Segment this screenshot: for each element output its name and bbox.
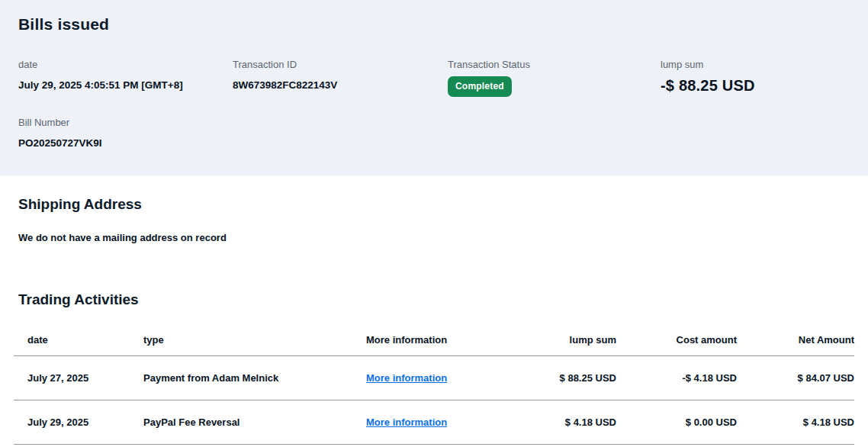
field-bill-number-value: PO20250727VK9I	[18, 137, 233, 149]
cell-type: PayPal Fee Reversal	[143, 416, 366, 428]
shipping-address-message: We do not have a mailing address on reco…	[18, 232, 850, 243]
cell-net-amount: $ 84.07 USD	[737, 372, 854, 384]
field-lump-sum-value: -$ 88.25 USD	[661, 77, 850, 95]
table-header-row: date type More information lump sum Cost…	[14, 323, 854, 356]
more-information-link[interactable]: More information	[366, 372, 447, 384]
field-bill-number: Bill Number PO20250727VK9I	[18, 117, 233, 149]
column-header-date: date	[27, 334, 143, 346]
cell-net-amount: $ 4.18 USD	[737, 416, 854, 428]
field-transaction-id: Transaction ID 8W673982FC822143V	[233, 59, 448, 97]
column-header-type: type	[143, 334, 366, 346]
cell-lump-sum: $ 4.18 USD	[526, 416, 616, 428]
shipping-address-title: Shipping Address	[18, 175, 850, 213]
cell-cost-amount: $ 0.00 USD	[616, 416, 737, 428]
field-transaction-id-value: 8W673982FC822143V	[233, 79, 448, 91]
cell-date: July 29, 2025	[27, 416, 143, 428]
column-header-more-information: More information	[366, 334, 526, 346]
field-transaction-id-label: Transaction ID	[233, 59, 448, 70]
field-date: date July 29, 2025 4:05:51 PM [GMT+8]	[18, 59, 233, 97]
page-title: Bills issued	[18, 15, 850, 34]
summary-fields-row-2: Bill Number PO20250727VK9I	[18, 117, 850, 149]
cell-date: July 27, 2025	[27, 372, 143, 384]
field-transaction-status: Transaction Status Completed	[448, 59, 661, 97]
summary-band: Bills issued date July 29, 2025 4:05:51 …	[0, 0, 868, 175]
trading-activities-table: date type More information lump sum Cost…	[14, 323, 854, 445]
trading-activities-section: Trading Activities	[0, 291, 868, 308]
cell-lump-sum: $ 88.25 USD	[526, 372, 616, 384]
table-row: July 29, 2025 PayPal Fee Reversal More i…	[14, 400, 854, 445]
cell-cost-amount: -$ 4.18 USD	[616, 372, 737, 384]
field-bill-number-label: Bill Number	[18, 117, 233, 128]
field-transaction-status-label: Transaction Status	[448, 59, 661, 70]
column-header-lump-sum: lump sum	[526, 334, 616, 346]
column-header-cost-amount: Cost amount	[616, 334, 737, 346]
cell-type: Payment from Adam Melnick	[143, 372, 366, 384]
status-badge: Completed	[448, 76, 512, 97]
more-information-link[interactable]: More information	[366, 416, 447, 428]
table-row: July 27, 2025 Payment from Adam Melnick …	[14, 356, 854, 400]
field-date-value: July 29, 2025 4:05:51 PM [GMT+8]	[18, 79, 233, 91]
field-date-label: date	[18, 59, 233, 70]
shipping-address-section: Shipping Address We do not have a mailin…	[0, 175, 868, 243]
field-lump-sum: lump sum -$ 88.25 USD	[661, 59, 850, 97]
trading-activities-title: Trading Activities	[18, 291, 850, 308]
field-lump-sum-label: lump sum	[661, 59, 850, 70]
summary-fields-row: date July 29, 2025 4:05:51 PM [GMT+8] Tr…	[18, 59, 850, 97]
column-header-net-amount: Net Amount	[737, 334, 854, 346]
